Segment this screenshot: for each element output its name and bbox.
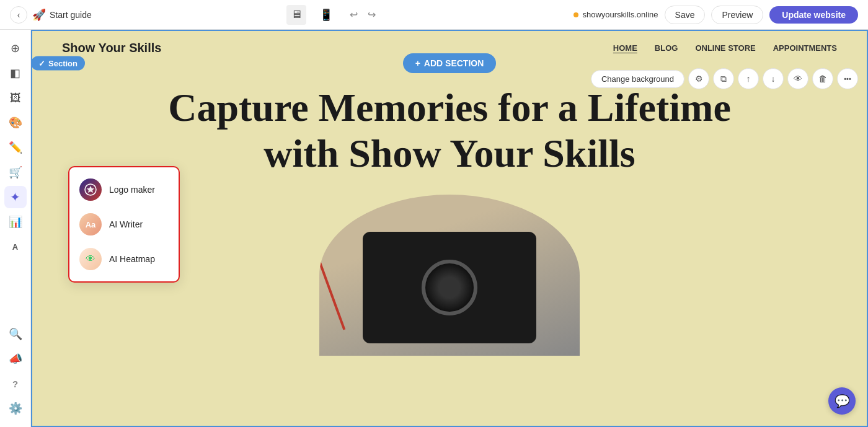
domain-status-dot [574,12,578,17]
ai-writer-label: AI Writer [109,219,143,229]
site-nav-links: HOME BLOG ONLINE STORE APPOINTMENTS [613,43,837,53]
undo-button[interactable]: ↩ [346,6,361,23]
sidebar-item-colors[interactable]: 🎨 [4,112,27,134]
mobile-device-button[interactable]: 📱 [316,5,336,25]
colors-icon: 🎨 [9,116,22,130]
nav-link-blog[interactable]: BLOG [655,43,678,53]
section-badge[interactable]: ✓ Section [31,56,85,71]
sidebar-item-settings[interactable]: ⚙️ [4,397,27,420]
eye-icon: 👁 [794,74,802,84]
delete-button[interactable]: 🗑 [812,68,833,89]
main-area: ⊕ ◧ 🖼 🎨 ✏️ 🛒 ✦ 📊 A 🔍 📣 [0,30,868,427]
add-icon: ⊕ [11,42,20,55]
sidebar-item-edit[interactable]: ✏️ [4,136,27,159]
help-icon: ? [12,379,18,389]
sidebar-item-ai[interactable]: ✦ [4,186,27,208]
analytics-icon: 📊 [9,215,22,229]
svg-marker-1 [87,186,94,193]
sidebar-item-translate[interactable]: A [4,236,27,258]
more-icon: ••• [844,75,851,82]
store-icon: 🛒 [9,165,22,179]
nav-link-home[interactable]: HOME [613,43,637,53]
trash-icon: 🗑 [818,74,827,84]
camera-strap [319,213,345,330]
topbar-center: 🖥 📱 ↩ ↪ [286,5,379,25]
layers-icon: ◧ [10,66,20,80]
check-icon: ✓ [38,59,45,68]
start-guide-button[interactable]: 🚀 Start guide [32,8,92,22]
sidebar-item-add[interactable]: ⊕ [4,37,27,59]
camera-circle [319,195,580,356]
sidebar-item-megaphone[interactable]: 📣 [4,348,27,370]
megaphone-icon: 📣 [9,352,22,366]
camera-body [363,232,536,343]
ai-sparkle-icon: ✦ [10,190,20,205]
left-sidebar: ⊕ ◧ 🖼 🎨 ✏️ 🛒 ✦ 📊 A 🔍 📣 [0,30,31,427]
translate-icon: A [12,242,18,252]
more-options-button[interactable]: ••• [837,68,858,89]
media-icon: 🖼 [10,92,21,105]
gear-icon: ⚙ [695,74,703,84]
domain-indicator: showyourskills.online [574,10,658,19]
save-button[interactable]: Save [665,6,706,24]
change-background-button[interactable]: Change background [591,70,684,88]
up-arrow-icon: ↑ [746,74,751,84]
update-website-button[interactable]: Update website [769,6,858,24]
sidebar-item-help[interactable]: ? [4,372,27,395]
hero-title-line1: Capture Memories for a Lifetime [168,86,731,130]
logo-maker-item[interactable]: Logo maker [69,172,179,207]
back-button[interactable]: ‹ [10,6,27,24]
plus-icon: + [415,58,420,68]
preview-button[interactable]: Preview [711,6,763,24]
domain-name: showyourskills.online [582,10,658,19]
nav-link-store[interactable]: ONLINE STORE [695,43,755,53]
down-arrow-icon: ↓ [771,74,776,84]
copy-icon: ⧉ [720,74,727,84]
ai-heatmap-label: AI Heatmap [109,254,155,264]
ai-writer-icon: Aa [79,213,102,236]
nav-link-appointments[interactable]: APPOINTMENTS [773,43,837,53]
search-icon: 🔍 [9,327,22,341]
hero-title: Capture Memories for a Lifetime with Sho… [93,85,806,176]
add-section-button[interactable]: + ADD SECTION [403,53,497,73]
settings-icon: ⚙️ [9,402,22,415]
hero-title-line2: with Show Your Skills [264,131,635,175]
redo-button[interactable]: ↪ [364,6,379,23]
start-guide-label: Start guide [50,10,92,20]
chat-button[interactable]: 💬 [828,387,856,415]
visibility-button[interactable]: 👁 [787,68,808,89]
copy-toolbar-button[interactable]: ⧉ [713,68,734,89]
ai-writer-item[interactable]: Aa AI Writer [69,207,179,242]
topbar-left: ‹ 🚀 Start guide [10,6,92,24]
logo-maker-label: Logo maker [109,185,155,195]
ai-heatmap-icon: 👁 [79,248,102,270]
add-section-label: ADD SECTION [424,58,484,68]
rocket-icon: 🚀 [32,8,46,22]
ai-popup-menu: Logo maker Aa AI Writer 👁 AI Heatmap [68,166,180,283]
desktop-device-button[interactable]: 🖥 [286,5,306,25]
sidebar-item-store[interactable]: 🛒 [4,161,27,183]
move-down-button[interactable]: ↓ [763,68,784,89]
sidebar-item-media[interactable]: 🖼 [4,87,27,109]
camera-lens [422,260,477,315]
section-label: Section [48,59,78,68]
settings-toolbar-button[interactable]: ⚙ [688,68,709,89]
sidebar-item-search[interactable]: 🔍 [4,323,27,345]
edit-icon: ✏️ [9,141,22,154]
topbar-right: showyourskills.online Save Preview Updat… [574,6,858,24]
sidebar-item-analytics[interactable]: 📊 [4,211,27,233]
canvas: Show Your Skills HOME BLOG ONLINE STORE … [31,30,868,427]
move-up-button[interactable]: ↑ [738,68,759,89]
ai-heatmap-item[interactable]: 👁 AI Heatmap [69,242,179,276]
section-toolbar: Change background ⚙ ⧉ ↑ ↓ 👁 🗑 ••• [591,68,858,89]
chat-icon: 💬 [835,394,850,408]
sidebar-item-layers[interactable]: ◧ [4,62,27,84]
logo-maker-icon [79,178,102,201]
undo-redo-group: ↩ ↪ [346,6,379,23]
topbar: ‹ 🚀 Start guide 🖥 📱 ↩ ↪ showyourskills.o… [0,0,868,30]
